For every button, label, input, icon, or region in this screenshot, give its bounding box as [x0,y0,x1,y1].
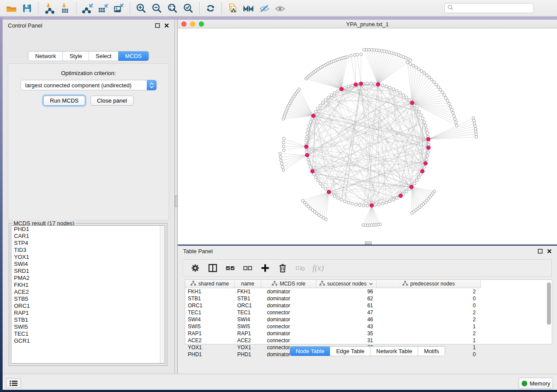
toolbar-separator [199,2,200,14]
control-panel: Control Panel NetworkStyleSelectMCDS Opt… [3,20,175,374]
application-window: Control Panel NetworkStyleSelectMCDS Opt… [0,0,557,392]
apply-layout-icon[interactable] [203,2,218,15]
vertical-splitter[interactable] [175,20,178,374]
table-row[interactable]: ORC1ORC1dominator610 [185,302,552,309]
memory-button[interactable]: Memory [519,378,553,389]
mcds-result-item[interactable]: SWI4 [11,261,165,268]
table-tab-edge-table[interactable]: Edge Table [330,347,370,356]
table-panel: Table Panel f(x) shared namenameMCDS rol… [178,246,557,374]
mcds-result-item[interactable]: RAP1 [11,309,165,316]
search-field[interactable] [444,3,534,13]
network-view-title: YPA_prune.txt_1 [178,21,557,28]
mcds-result-item[interactable]: STP4 [11,240,165,247]
mcds-result-item[interactable]: STB1 [11,316,165,323]
splitter-grip[interactable] [175,196,178,207]
mcds-result-item[interactable]: TEC1 [11,330,165,337]
column-header-shared-name[interactable]: shared name [185,280,235,288]
column-header-predecessor-nodes[interactable]: predecessor nodes [377,280,481,288]
export-network-icon[interactable] [80,2,95,15]
mcds-result-item[interactable]: ACE2 [11,289,165,296]
mcds-result-item[interactable]: PMA2 [11,275,165,282]
table-scrollbar[interactable] [547,282,551,325]
table-cell: 2 [377,330,481,337]
control-panel-title: Control Panel [8,22,42,29]
show-all-icon[interactable] [272,2,288,15]
mcds-result-item[interactable]: STB5 [11,296,165,303]
zoom-fit-icon[interactable] [165,2,180,15]
mcds-result-item[interactable]: CAR1 [11,233,165,240]
mcds-result-item[interactable]: ORC1 [11,303,165,309]
import-table-icon[interactable] [57,2,73,15]
column-header-name[interactable]: name [235,280,261,288]
column-header-MCDS-role[interactable]: MCDS role [261,280,316,288]
dropdown-stepper-icon [147,80,156,90]
hide-selected-icon[interactable] [256,2,272,15]
table-panel-title: Table Panel [183,248,213,254]
columns-icon[interactable] [208,263,218,273]
save-session-icon[interactable] [19,2,35,15]
table-cell: FKH1 [235,288,261,295]
close-table-panel-icon[interactable] [547,249,552,254]
gear-icon[interactable] [190,263,201,273]
mcds-result-item[interactable]: FKH1 [11,282,165,289]
horizontal-splitter-grip[interactable] [365,241,372,244]
table-row[interactable]: ACE2ACE2connector311 [185,337,552,344]
search-icon [447,4,453,12]
table-cell: SWI4 [235,316,261,323]
float-panel-icon[interactable] [155,23,160,28]
close-panel-button[interactable]: Close panel [90,96,134,106]
export-image-icon[interactable] [111,2,127,15]
tab-select[interactable]: Select [89,52,118,61]
mcds-result-item[interactable]: TID3 [11,247,165,254]
clone-network-icon[interactable] [225,2,241,15]
network-canvas[interactable] [178,28,557,243]
search-input[interactable] [453,5,533,11]
table-toolbar: f(x) [183,259,552,277]
table-cell: RAP1 [185,330,235,337]
add-row-icon[interactable] [260,263,270,273]
table-row[interactable]: TEC1TEC1connector472 [185,309,552,316]
toolbar-separator [130,2,130,14]
mcds-list-scrollbar[interactable] [160,226,165,363]
table-cell: 0 [377,295,481,302]
first-neighbors-icon[interactable] [241,2,256,15]
table-row[interactable]: FKH1FKH1dominator962 [185,288,552,295]
select-all-icon[interactable] [225,263,235,273]
table-row[interactable]: STB1STB1dominator620 [185,295,552,302]
deselect-all-icon[interactable] [242,263,253,273]
open-file-icon[interactable] [3,2,19,15]
table-cell: dominator [261,316,316,323]
mcds-result-item[interactable]: SWI5 [11,323,165,330]
table-tab-network-table[interactable]: Network Table [370,347,418,356]
optimization-criterion-dropdown[interactable]: largest connected component (undirected) [21,80,157,90]
table-cell: dominator [261,288,316,295]
mcds-result-item[interactable]: PHD1 [11,226,165,233]
delete-icon[interactable] [277,263,288,273]
tab-mcds[interactable]: MCDS [118,52,148,61]
table-row[interactable]: SWI5SWI5connector431 [185,323,552,330]
table-cell: 1 [377,337,481,344]
zoom-in-icon[interactable] [133,2,149,15]
table-row[interactable]: RAP1RAP1dominator352 [185,330,552,337]
table-cell: STB1 [185,295,235,302]
table-tab-node-table[interactable]: Node Table [290,347,330,356]
table-cell: SWI5 [235,323,261,330]
table-row[interactable]: SWI4SWI4dominator462 [185,316,552,323]
run-mcds-button[interactable]: Run MCDS [43,96,85,106]
zoom-out-icon[interactable] [149,2,165,15]
shared-column-icon [402,281,408,287]
task-history-button[interactable] [6,378,21,388]
mcds-result-item[interactable]: SRD1 [11,268,165,275]
column-header-successor-nodes[interactable]: successor nodes [316,280,377,288]
close-panel-icon[interactable] [164,23,169,28]
tab-style[interactable]: Style [62,52,89,61]
table-cell: 0 [377,302,481,309]
zoom-selected-icon[interactable] [180,2,196,15]
table-tab-motifs[interactable]: Motifs [418,347,445,356]
float-table-panel-icon[interactable] [538,249,543,254]
import-network-icon[interactable] [42,2,57,15]
mcds-result-item[interactable]: YOX1 [11,254,165,261]
export-table-icon[interactable] [95,2,111,15]
tab-network[interactable]: Network [28,52,62,61]
mcds-result-item[interactable]: GCR1 [11,337,165,344]
